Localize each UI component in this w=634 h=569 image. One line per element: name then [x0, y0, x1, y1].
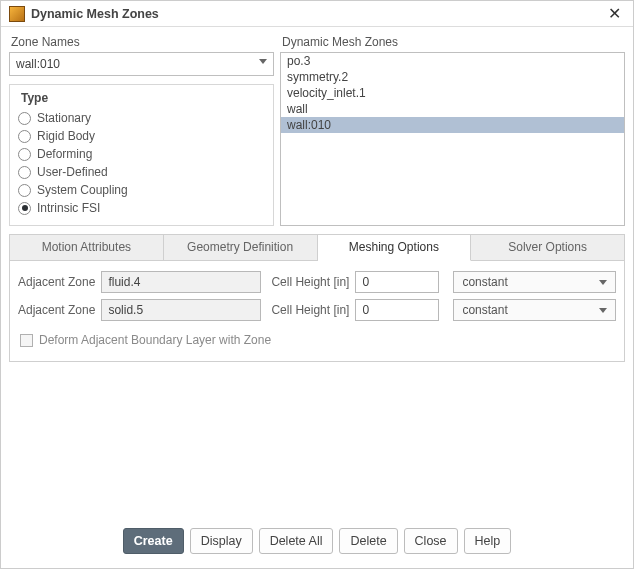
type-option-label: Deforming	[37, 147, 92, 161]
meshing-row: Adjacent Zonesolid.5Cell Height [in]0con…	[18, 299, 616, 321]
zone-names-label: Zone Names	[11, 35, 274, 49]
app-icon	[9, 6, 25, 22]
close-button[interactable]: Close	[404, 528, 458, 554]
delete-button[interactable]: Delete	[339, 528, 397, 554]
type-group-title: Type	[18, 91, 51, 105]
button-bar: Create Display Delete All Delete Close H…	[1, 518, 633, 568]
deform-checkbox-label: Deform Adjacent Boundary Layer with Zone	[39, 333, 271, 347]
zone-names-dropdown[interactable]: wall:010	[9, 52, 274, 76]
tab-strip: Motion AttributesGeometry DefinitionMesh…	[9, 234, 625, 261]
type-option[interactable]: Stationary	[18, 109, 265, 127]
chevron-down-icon	[599, 280, 607, 285]
chevron-down-icon	[599, 308, 607, 313]
radio-icon[interactable]	[18, 184, 31, 197]
window-title: Dynamic Mesh Zones	[31, 7, 159, 21]
cell-height-label: Cell Height [in]	[271, 275, 349, 289]
delete-all-button[interactable]: Delete All	[259, 528, 334, 554]
list-item[interactable]: wall	[281, 101, 624, 117]
type-option[interactable]: Deforming	[18, 145, 265, 163]
dmz-listbox[interactable]: po.3symmetry.2velocity_inlet.1wallwall:0…	[280, 52, 625, 226]
type-option[interactable]: Intrinsic FSI	[18, 199, 265, 217]
cell-height-label: Cell Height [in]	[271, 303, 349, 317]
zone-names-value: wall:010	[16, 57, 60, 71]
cell-height-method-value: constant	[462, 303, 507, 317]
radio-icon[interactable]	[18, 130, 31, 143]
meshing-row: Adjacent Zonefluid.4Cell Height [in]0con…	[18, 271, 616, 293]
upper-pane: Zone Names wall:010 Type StationaryRigid…	[1, 27, 633, 228]
adjacent-zone-field[interactable]: solid.5	[101, 299, 261, 321]
type-option-label: User-Defined	[37, 165, 108, 179]
radio-icon[interactable]	[18, 148, 31, 161]
tab[interactable]: Geometry Definition	[164, 235, 318, 261]
deform-checkbox[interactable]	[20, 334, 33, 347]
list-item[interactable]: po.3	[281, 53, 624, 69]
tab-panel-meshing-options: Adjacent Zonefluid.4Cell Height [in]0con…	[9, 261, 625, 362]
type-group: Type StationaryRigid BodyDeformingUser-D…	[9, 84, 274, 226]
close-icon[interactable]: ✕	[604, 4, 625, 23]
radio-icon[interactable]	[18, 202, 31, 215]
type-option-label: Stationary	[37, 111, 91, 125]
adjacent-zone-label: Adjacent Zone	[18, 275, 95, 289]
display-button[interactable]: Display	[190, 528, 253, 554]
list-item[interactable]: wall:010	[281, 117, 624, 133]
type-option-label: Rigid Body	[37, 129, 95, 143]
help-button[interactable]: Help	[464, 528, 512, 554]
tab[interactable]: Meshing Options	[318, 235, 472, 261]
list-item[interactable]: symmetry.2	[281, 69, 624, 85]
dmz-list-label: Dynamic Mesh Zones	[282, 35, 625, 49]
right-column: Dynamic Mesh Zones po.3symmetry.2velocit…	[280, 33, 625, 226]
create-button[interactable]: Create	[123, 528, 184, 554]
radio-icon[interactable]	[18, 112, 31, 125]
adjacent-zone-field[interactable]: fluid.4	[101, 271, 261, 293]
cell-height-field[interactable]: 0	[355, 271, 439, 293]
deform-checkbox-row[interactable]: Deform Adjacent Boundary Layer with Zone	[20, 333, 616, 347]
title-bar: Dynamic Mesh Zones ✕	[1, 1, 633, 27]
adjacent-zone-label: Adjacent Zone	[18, 303, 95, 317]
type-option-label: Intrinsic FSI	[37, 201, 100, 215]
tab[interactable]: Motion Attributes	[10, 235, 164, 261]
radio-icon[interactable]	[18, 166, 31, 179]
type-option[interactable]: User-Defined	[18, 163, 265, 181]
type-option-label: System Coupling	[37, 183, 128, 197]
cell-height-method-value: constant	[462, 275, 507, 289]
cell-height-field[interactable]: 0	[355, 299, 439, 321]
tab[interactable]: Solver Options	[471, 235, 624, 261]
cell-height-method-dropdown[interactable]: constant	[453, 271, 616, 293]
chevron-down-icon	[259, 59, 267, 64]
left-column: Zone Names wall:010 Type StationaryRigid…	[9, 33, 274, 226]
cell-height-method-dropdown[interactable]: constant	[453, 299, 616, 321]
type-option[interactable]: System Coupling	[18, 181, 265, 199]
type-option[interactable]: Rigid Body	[18, 127, 265, 145]
list-item[interactable]: velocity_inlet.1	[281, 85, 624, 101]
